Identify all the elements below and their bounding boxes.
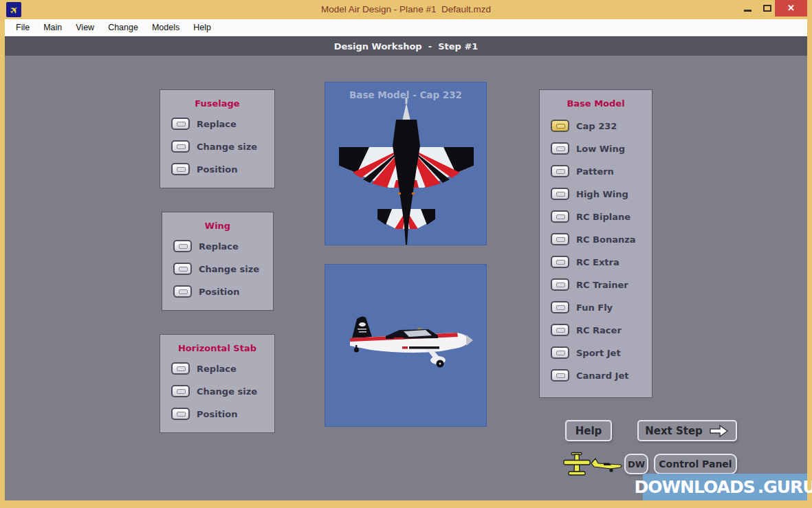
- workshop-header: Design Workshop - Step #1: [5, 36, 807, 56]
- model-sport-jet-button[interactable]: [551, 346, 569, 359]
- list-item: Low Wing: [551, 142, 625, 155]
- preview-caption: Base Model - Cap 232: [325, 89, 486, 100]
- wing-position-button[interactable]: [173, 285, 192, 298]
- hstab-replace-label: Replace: [197, 364, 237, 374]
- maximize-icon: [763, 5, 771, 12]
- model-low-wing-label: Low Wing: [576, 144, 625, 154]
- hstab-position-button[interactable]: [171, 408, 190, 420]
- menu-main[interactable]: Main: [36, 19, 69, 36]
- wing-position-label: Position: [199, 287, 240, 297]
- menu-bar: File Main View Change Models Help: [5, 19, 807, 36]
- model-low-wing-button[interactable]: [551, 142, 569, 155]
- list-item: RC Biplane: [551, 210, 630, 223]
- menu-help[interactable]: Help: [186, 19, 218, 36]
- model-fun-fly-label: Fun Fly: [576, 302, 613, 313]
- plane-side-view-image: [325, 265, 487, 428]
- model-rc-biplane-button[interactable]: [551, 210, 569, 223]
- fuselage-panel-title: Fuselage: [160, 98, 274, 109]
- list-item: Sport Jet: [551, 346, 621, 359]
- watermark-text-right: .GURU: [758, 477, 812, 497]
- hstab-change-size-row: Change size: [171, 385, 257, 397]
- menu-view[interactable]: View: [69, 19, 101, 36]
- model-rc-trainer-label: RC Trainer: [576, 280, 628, 290]
- hstab-replace-row: Replace: [171, 362, 237, 375]
- help-button-label: Help: [575, 425, 602, 437]
- hstab-change-size-button[interactable]: [171, 385, 190, 397]
- list-item: Canard Jet: [551, 369, 628, 382]
- list-item: Pattern: [551, 165, 614, 177]
- plane-top-view-image: [325, 82, 487, 246]
- control-panel-button[interactable]: Control Panel: [654, 454, 737, 474]
- model-rc-extra-button[interactable]: [551, 256, 569, 268]
- model-pattern-button[interactable]: [551, 165, 569, 177]
- workshop-title: Design Workshop - Step #1: [5, 37, 807, 56]
- hstab-replace-button[interactable]: [171, 362, 190, 375]
- model-sport-jet-label: Sport Jet: [576, 348, 621, 358]
- hstab-position-row: Position: [171, 408, 238, 420]
- close-button[interactable]: ✕: [775, 0, 807, 16]
- wing-position-row: Position: [173, 285, 240, 298]
- menu-file[interactable]: File: [9, 19, 36, 36]
- preview-top-view: Base Model - Cap 232: [325, 82, 487, 245]
- wing-replace-row: Replace: [173, 240, 239, 252]
- list-item: High Wing: [551, 188, 628, 200]
- model-cap232-label: Cap 232: [576, 121, 617, 131]
- plane-side-view-icon: [590, 456, 623, 477]
- watermark-banner: DOWNLOADS .GURU: [643, 474, 807, 500]
- model-canard-jet-button[interactable]: [551, 369, 569, 382]
- list-item: RC Bonanza: [551, 233, 636, 245]
- hstab-change-size-label: Change size: [197, 386, 257, 397]
- fuselage-change-size-label: Change size: [197, 142, 257, 152]
- model-rc-extra-label: RC Extra: [576, 257, 619, 267]
- model-fun-fly-button[interactable]: [551, 301, 569, 313]
- dw-button-label: DW: [628, 459, 645, 470]
- base-model-panel: Base Model Cap 232 Low Wing Pattern High…: [539, 89, 652, 398]
- minimize-button[interactable]: [738, 0, 758, 16]
- app-window: ✈ Model Air Design - Plane #1 Default.mz…: [0, 0, 812, 508]
- fuselage-change-size-button[interactable]: [171, 140, 190, 153]
- dw-button[interactable]: DW: [624, 454, 648, 474]
- plane-top-view-icon: [562, 452, 591, 480]
- preview-side-view: [325, 264, 487, 427]
- wing-replace-button[interactable]: [173, 240, 192, 252]
- wing-panel-title: Wing: [162, 221, 273, 231]
- model-rc-racer-label: RC Racer: [576, 325, 622, 335]
- hstab-position-label: Position: [197, 409, 238, 419]
- window-title: Model Air Design - Plane #1 Default.mzd: [0, 0, 812, 19]
- wing-panel: Wing Replace Change size Position: [162, 212, 274, 311]
- model-high-wing-label: High Wing: [576, 189, 628, 199]
- next-step-button[interactable]: Next Step: [637, 420, 737, 441]
- wing-change-size-label: Change size: [199, 264, 259, 274]
- menu-models[interactable]: Models: [145, 19, 186, 36]
- fuselage-replace-row: Replace: [171, 118, 237, 130]
- fuselage-replace-button[interactable]: [171, 118, 190, 130]
- model-rc-bonanza-button[interactable]: [551, 233, 569, 245]
- control-panel-button-label: Control Panel: [659, 459, 732, 470]
- model-rc-racer-button[interactable]: [551, 324, 569, 336]
- help-button[interactable]: Help: [565, 420, 612, 441]
- model-high-wing-button[interactable]: [551, 188, 569, 200]
- model-rc-trainer-button[interactable]: [551, 278, 569, 291]
- maximize-button[interactable]: [758, 0, 777, 16]
- list-item: RC Extra: [551, 256, 619, 268]
- fuselage-replace-label: Replace: [197, 119, 237, 129]
- horizontal-stab-panel: Horizontal Stab Replace Change size Posi…: [160, 334, 275, 433]
- wing-change-size-button[interactable]: [173, 263, 192, 275]
- minimize-icon: [744, 10, 751, 12]
- menu-change[interactable]: Change: [101, 19, 145, 36]
- horizontal-stab-panel-title: Horizontal Stab: [160, 343, 274, 353]
- wing-change-size-row: Change size: [173, 263, 259, 275]
- next-step-arrow-icon: [709, 423, 729, 439]
- model-rc-bonanza-label: RC Bonanza: [576, 234, 636, 245]
- model-pattern-label: Pattern: [576, 166, 614, 177]
- watermark-text-left: DOWNLOADS: [634, 477, 754, 497]
- list-item: RC Trainer: [551, 278, 628, 291]
- fuselage-position-button[interactable]: [171, 163, 190, 175]
- fuselage-change-size-row: Change size: [171, 140, 257, 153]
- titlebar: ✈ Model Air Design - Plane #1 Default.mz…: [0, 0, 812, 19]
- fuselage-position-label: Position: [197, 164, 238, 175]
- model-cap232-button[interactable]: [551, 120, 569, 132]
- fuselage-panel: Fuselage Replace Change size Position: [160, 89, 275, 188]
- base-model-panel-title: Base Model: [540, 98, 652, 109]
- list-item: Cap 232: [551, 120, 617, 132]
